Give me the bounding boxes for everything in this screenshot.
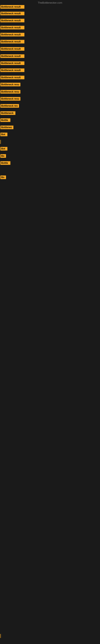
bottleneck-result-label-16: Bottleneck [0,111,15,115]
bottleneck-result-label-4: Bottleneck result [0,26,24,30]
bottleneck-result-label-19: Bot [0,132,7,136]
bottleneck-result-label-2: Bottleneck result [0,12,24,15]
bottleneck-line-20 [0,140,1,144]
bottleneck-result-label-18: Bottlenec [0,126,13,129]
site-title: TheBottlenecker.com [0,1,100,4]
bottleneck-result-label-14: Bottleneck resu [0,97,20,100]
bottleneck-result-label-23: Bottle [0,161,10,165]
bottleneck-result-label-13: Bottleneck resu [0,90,20,94]
bottleneck-result-label-12: Bottleneck resu [0,83,20,86]
bottleneck-result-label-1: Bottleneck result [0,5,24,9]
bottleneck-result-label-9: Bottleneck result [0,62,24,65]
bottleneck-result-label-10: Bottleneck result [0,68,24,72]
bottleneck-result-label-6: Bottleneck result [0,40,24,44]
bottleneck-result-label-7: Bottleneck result [0,47,24,51]
bottleneck-result-label-8: Bottleneck result [0,54,24,58]
bottleneck-result-label-15: Bottleneck res [0,104,19,108]
bottleneck-result-label-11: Bottleneck result [0,76,24,79]
bottleneck-result-label-25: Bo [0,176,6,179]
bottleneck-result-label-5: Bottleneck result [0,33,24,36]
bottleneck-line-41 [0,634,1,638]
bottleneck-result-label-22: Bo [0,154,6,158]
bottleneck-result-label-21: Bot [0,147,7,150]
bottleneck-result-label-17: Bottle [0,118,10,122]
bottleneck-result-label-3: Bottleneck result [0,19,24,22]
